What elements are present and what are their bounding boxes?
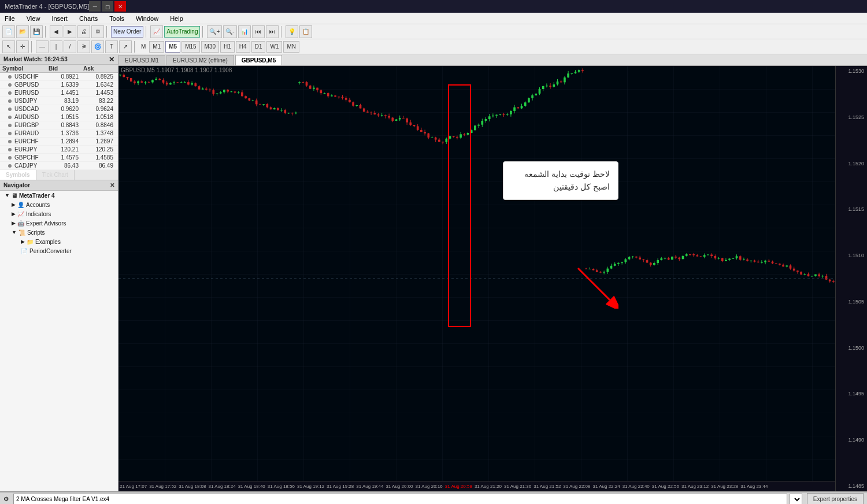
history-btn[interactable]: 📊 — [238, 25, 251, 38]
svg-rect-357 — [754, 261, 756, 262]
prop-button[interactable]: ⚙ — [91, 25, 104, 38]
list-item[interactable]: EURUSD 1.4451 1.4453 — [0, 89, 118, 97]
scroll-btn2[interactable]: ⏭ — [266, 25, 279, 38]
nav-examples[interactable]: ▶ 📁 Examples — [0, 237, 118, 246]
status-dot — [8, 148, 12, 151]
svg-rect-1 — [118, 66, 835, 481]
list-item[interactable]: GBPUSD 1.6339 1.6342 — [0, 81, 118, 89]
list-item[interactable]: EURJPY 120.21 120.25 — [0, 146, 118, 154]
menu-charts[interactable]: Charts — [77, 14, 100, 23]
status-dot — [8, 83, 12, 87]
ea-input[interactable]: 2 MA Crosses Mega filter EA V1.ex4 — [13, 494, 787, 505]
list-item[interactable]: EURGBP 0.8843 0.8846 — [0, 121, 118, 129]
arrow-btn[interactable]: ↗ — [119, 40, 132, 53]
svg-rect-397 — [825, 276, 828, 279]
close-button[interactable]: ✕ — [114, 1, 126, 12]
svg-rect-389 — [811, 276, 813, 276]
svg-rect-33 — [173, 82, 175, 83]
tline-btn[interactable]: / — [64, 40, 76, 53]
ea-dropdown[interactable] — [790, 494, 802, 505]
nav-root[interactable]: ▼ 🖥 MetaTrader 4 — [0, 191, 118, 200]
period-h4[interactable]: H4 — [236, 41, 250, 53]
template-btn[interactable]: 📋 — [299, 25, 312, 38]
menu-insert[interactable]: Insert — [49, 14, 70, 23]
price-1500: 1.1500 — [837, 345, 866, 351]
svg-rect-65 — [230, 91, 232, 92]
svg-rect-217 — [503, 114, 505, 115]
svg-rect-237 — [539, 89, 541, 94]
tab-tick-chart[interactable]: Tick Chart — [36, 170, 75, 180]
vline-btn[interactable]: | — [50, 40, 62, 53]
new-order-button[interactable]: New Order — [111, 26, 143, 38]
chart-btn1[interactable]: 📈 — [150, 25, 163, 38]
chart-tab-eurusdm2[interactable]: EURUSD,M2 (offline) — [166, 55, 234, 65]
nav-root-label: MetaTrader 4 — [19, 192, 55, 199]
new-button[interactable]: 📄 — [2, 25, 15, 38]
period-m15[interactable]: M15 — [181, 41, 199, 53]
crosshair-btn[interactable]: ✛ — [16, 40, 29, 53]
svg-rect-129 — [345, 98, 347, 99]
chart-tab-gbpusdm5[interactable]: GBPUSD,M5 — [235, 55, 282, 65]
chart-canvas[interactable]: GBPUSD,M5 1.1907 1.1908 1.1907 1.1908 1.… — [118, 66, 867, 491]
list-item[interactable]: USDCHF 0.8921 0.8925 — [0, 73, 118, 81]
status-dot — [8, 124, 12, 127]
list-item[interactable]: USDCAD 0.9620 0.9624 — [0, 105, 118, 113]
menu-tools[interactable]: Tools — [107, 14, 127, 23]
chart-tab-eurusdm1[interactable]: EURUSD,M1 — [118, 55, 165, 65]
svg-rect-173 — [424, 132, 426, 134]
forward-button[interactable]: ▶ — [64, 25, 76, 38]
nav-period-converter[interactable]: 📄 PeriodConverter — [0, 246, 118, 255]
period-w1[interactable]: W1 — [266, 41, 282, 53]
period-h1[interactable]: H1 — [220, 41, 235, 53]
print-button[interactable]: 🖨 — [77, 25, 90, 38]
text-btn[interactable]: T — [105, 40, 118, 53]
list-item[interactable]: GBPCHF 1.4575 1.4585 — [0, 154, 118, 162]
back-button[interactable]: ◀ — [50, 25, 62, 38]
svg-rect-59 — [220, 92, 222, 93]
period-mn[interactable]: MN — [283, 41, 299, 53]
period-m30[interactable]: M30 — [201, 41, 219, 53]
menu-file[interactable]: File — [2, 14, 17, 23]
menu-view[interactable]: View — [24, 14, 43, 23]
list-item[interactable]: AUDUSD 1.0515 1.0518 — [0, 113, 118, 121]
period-m5[interactable]: M5 — [165, 41, 180, 53]
save-button[interactable]: 💾 — [30, 25, 43, 38]
svg-rect-131 — [349, 100, 351, 102]
svg-rect-305 — [660, 258, 662, 260]
svg-rect-229 — [524, 102, 527, 106]
period-d1[interactable]: D1 — [251, 41, 266, 53]
svg-rect-123 — [334, 95, 336, 97]
open-button[interactable]: 📂 — [16, 25, 29, 38]
nav-scripts[interactable]: ▼ 📜 Scripts — [0, 228, 118, 237]
navigator-close[interactable]: ✕ — [110, 182, 114, 188]
list-item[interactable]: EURAUD 1.3736 1.3748 — [0, 129, 118, 138]
nav-accounts[interactable]: ▶ 👤 Accounts — [0, 200, 118, 209]
nav-indicators[interactable]: ▶ 📈 Indicators — [0, 209, 118, 218]
expert-properties-button[interactable]: Expert properties — [807, 493, 864, 505]
hline-btn[interactable]: — — [36, 40, 49, 53]
menu-help[interactable]: Help — [168, 14, 186, 23]
fib-btn[interactable]: 🌀 — [91, 40, 104, 53]
list-item[interactable]: EURCHF 1.2894 1.2897 — [0, 138, 118, 146]
tab-symbols[interactable]: Symbols — [0, 170, 36, 180]
autotrading-button[interactable]: AutoTrading — [164, 26, 200, 38]
cursor-btn[interactable]: ↖ — [2, 40, 15, 53]
menu-window[interactable]: Window — [134, 14, 161, 23]
navigator: Navigator ✕ ▼ 🖥 MetaTrader 4 ▶ 👤 Account… — [0, 180, 118, 491]
minimize-button[interactable]: ─ — [89, 1, 101, 12]
nav-expert-advisors[interactable]: ▶ 🤖 Expert Advisors — [0, 218, 118, 228]
svg-rect-375 — [786, 265, 788, 266]
list-item[interactable]: CADJPY 86.43 86.49 — [0, 162, 118, 170]
symbol-cell: EURAUD — [0, 130, 46, 136]
period-m1[interactable]: M1 — [149, 41, 164, 53]
indicator-btn[interactable]: 💡 — [286, 25, 298, 38]
sep5 — [281, 26, 283, 38]
zoom-out-btn[interactable]: 🔍- — [223, 25, 236, 38]
list-item[interactable]: USDJPY 83.19 83.22 — [0, 97, 118, 105]
svg-rect-359 — [757, 262, 759, 262]
channel-btn[interactable]: ⚞ — [77, 40, 90, 53]
market-watch-close[interactable]: ✕ — [109, 55, 114, 64]
zoom-in-btn[interactable]: 🔍+ — [207, 25, 222, 38]
restore-button[interactable]: ◻ — [102, 1, 113, 12]
scroll-btn1[interactable]: ⏮ — [252, 25, 265, 38]
